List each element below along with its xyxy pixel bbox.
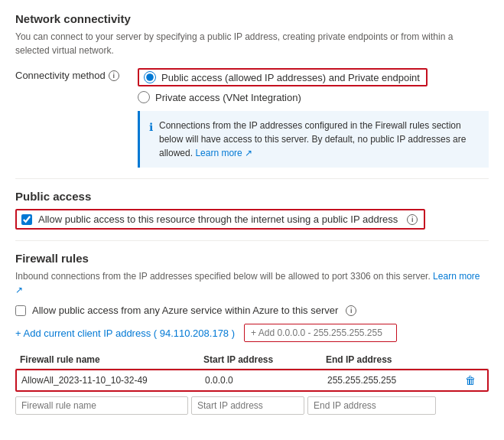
info-banner: ℹ Connections from the IP addresses conf… bbox=[138, 111, 489, 168]
public-access-option-box[interactable]: Public access (allowed IP addresses) and… bbox=[138, 68, 428, 86]
table-row: AllowAll_2023-11-10_10-32-49 0.0.0.0 255… bbox=[15, 369, 489, 392]
new-end-ip-input[interactable] bbox=[307, 396, 436, 415]
public-access-checkbox-row[interactable]: Allow public access to this resource thr… bbox=[15, 209, 425, 230]
public-access-radio[interactable] bbox=[144, 71, 156, 83]
connectivity-learn-more-link[interactable]: Learn more ↗ bbox=[195, 148, 252, 158]
azure-service-info-icon[interactable]: i bbox=[346, 305, 356, 316]
private-access-radio[interactable] bbox=[138, 91, 150, 103]
header-rule-name: Firewall rule name bbox=[15, 354, 199, 365]
public-access-label: Public access (allowed IP addresses) and… bbox=[161, 72, 420, 83]
delete-row-icon[interactable]: 🗑 bbox=[460, 374, 480, 386]
add-client-row: + Add current client IP address ( 94.110… bbox=[15, 324, 489, 342]
firewall-rules-description: Inbound connections from the IP addresse… bbox=[15, 269, 489, 297]
page-description: You can connect to your server by specif… bbox=[15, 30, 489, 57]
header-start-ip: Start IP address bbox=[199, 354, 321, 365]
divider-1 bbox=[15, 178, 489, 179]
public-access-option[interactable]: Public access (allowed IP addresses) and… bbox=[144, 71, 420, 83]
page-title: Network connectivity bbox=[15, 12, 489, 25]
connectivity-info-icon[interactable]: i bbox=[109, 70, 119, 81]
table-input-row bbox=[15, 395, 489, 416]
azure-service-checkbox[interactable] bbox=[15, 305, 26, 316]
info-banner-text: Connections from the IP addresses config… bbox=[159, 119, 480, 160]
azure-service-checkbox-label: Allow public access from any Azure servi… bbox=[32, 305, 338, 316]
connectivity-method-label: Connectivity method bbox=[15, 70, 106, 81]
firewall-table-header: Firewall rule name Start IP address End … bbox=[15, 350, 489, 369]
azure-service-checkbox-row[interactable]: Allow public access from any Azure servi… bbox=[15, 305, 489, 316]
ip-range-input[interactable] bbox=[244, 324, 397, 342]
row-rule-name: AllowAll_2023-11-10_10-32-49 bbox=[17, 375, 200, 386]
public-access-checkbox[interactable] bbox=[21, 214, 32, 225]
private-access-label: Private access (VNet Integration) bbox=[155, 92, 301, 103]
info-banner-icon: ℹ bbox=[149, 119, 153, 160]
row-end-ip: 255.255.255.255 bbox=[323, 375, 460, 386]
firewall-rules-title: Firewall rules bbox=[15, 252, 489, 265]
new-rule-name-input[interactable] bbox=[15, 396, 188, 415]
row-start-ip: 0.0.0.0 bbox=[200, 375, 323, 386]
public-access-info-icon[interactable]: i bbox=[407, 214, 418, 225]
new-start-ip-input[interactable] bbox=[191, 396, 304, 415]
public-access-title: Public access bbox=[15, 190, 489, 203]
add-client-ip-link[interactable]: + Add current client IP address ( 94.110… bbox=[15, 328, 235, 339]
private-access-option[interactable]: Private access (VNet Integration) bbox=[138, 91, 428, 103]
header-end-ip: End IP address bbox=[321, 354, 459, 365]
divider-2 bbox=[15, 240, 489, 241]
public-access-checkbox-label: Allow public access to this resource thr… bbox=[38, 213, 398, 225]
